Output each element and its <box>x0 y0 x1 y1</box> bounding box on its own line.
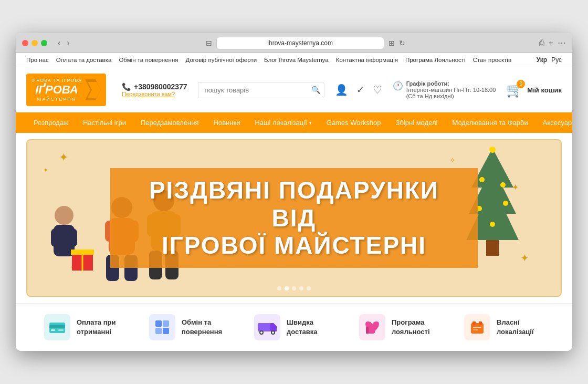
language-switcher: Укр Рус <box>537 56 562 64</box>
svg-marker-1 <box>88 82 101 98</box>
nav-offer[interactable]: Договір публічної оферти <box>186 57 257 63</box>
phone-number[interactable]: +380980002377 <box>134 82 187 91</box>
hero-text-banner: РІЗДВЯНІ ПОДАРУНКИ ВІД ІГРОВОЇ МАЙСТЕРНІ <box>110 168 478 268</box>
schedule-label: Графік роботи: <box>406 80 496 87</box>
new-tab-button[interactable]: + <box>549 38 553 48</box>
svg-point-8 <box>500 182 506 188</box>
delivery-icon <box>257 320 277 335</box>
exchange-label: Обмін та повернення <box>182 318 229 336</box>
schedule-weekend: (Сб та Нд вихідні) <box>406 93 496 99</box>
slider-dot-5[interactable] <box>307 286 311 290</box>
search-input[interactable] <box>198 82 324 98</box>
nav-blog[interactable]: Блог Ihrova Maysternya <box>264 57 329 63</box>
svg-rect-37 <box>163 320 169 327</box>
nav-games-workshop[interactable]: Games Workshop <box>319 112 388 133</box>
page-icon: ⊟ <box>206 39 212 47</box>
cart-icon-wrap: 🛒 0 <box>506 82 523 98</box>
slider-dot-1[interactable] <box>277 286 281 290</box>
loyalty-icon-wrap <box>359 314 385 340</box>
svg-rect-50 <box>473 329 478 330</box>
svg-marker-40 <box>270 323 277 331</box>
feature-exchange: Обмін та повернення <box>149 314 229 340</box>
lang-ru[interactable]: Рус <box>551 56 562 64</box>
callback-link[interactable]: Передзвонити вам? <box>122 91 175 97</box>
minimize-button[interactable] <box>32 40 38 46</box>
svg-rect-33 <box>51 329 55 331</box>
chevron-down-icon: ▾ <box>309 120 312 126</box>
logo[interactable]: ІГРОВА ТА ІГРОВА ІҐРОВА МАЙСТЕРНЯ <box>26 74 106 106</box>
clock-icon: 🕐 <box>393 81 403 91</box>
logo-m-icon: ІГРОВА ТА ІГРОВА ІҐРОВА МАЙСТЕРНЯ <box>32 78 82 102</box>
share-button[interactable]: ⎙ <box>539 38 544 48</box>
delivery-label: Швидка доставка <box>287 318 334 336</box>
site-header: ІГРОВА ТА ІГРОВА ІҐРОВА МАЙСТЕРНЯ 📞 +380… <box>16 67 572 112</box>
translate-icon: ⊞ <box>388 39 395 47</box>
payment-label: Оплата при отриманні <box>77 318 124 336</box>
nav-new[interactable]: Новинки <box>206 112 248 133</box>
svg-point-12 <box>55 206 74 225</box>
payment-icon-wrap <box>44 314 70 340</box>
svg-rect-46 <box>471 323 484 334</box>
phone-icon: 📞 <box>122 82 131 91</box>
nav-about[interactable]: Про нас <box>26 57 49 63</box>
exchange-icon <box>154 319 171 336</box>
browser-actions: ⎙ + ⋯ <box>539 38 566 48</box>
svg-rect-36 <box>163 328 169 334</box>
schedule-text: Графік роботи: Інтернет-магазин Пн-Пт: 1… <box>406 80 496 99</box>
forward-button[interactable]: › <box>65 37 71 49</box>
refresh-icon[interactable]: ↻ <box>399 39 405 47</box>
slider-dot-4[interactable] <box>299 286 303 290</box>
svg-rect-48 <box>479 321 482 325</box>
hero-title-line2: ІГРОВОЇ МАЙСТЕРНІ <box>131 232 457 260</box>
hero-title-line1: РІЗДВЯНІ ПОДАРУНКИ ВІД <box>131 177 457 232</box>
back-button[interactable]: ‹ <box>56 37 62 49</box>
feature-localizations: Власні локалізації <box>464 314 544 340</box>
close-button[interactable] <box>22 40 28 46</box>
delivery-icon-wrap <box>254 314 280 340</box>
browser-nav: ‹ › <box>56 37 72 49</box>
svg-rect-5 <box>486 240 499 256</box>
nav-loyalty[interactable]: Програма Лояльності <box>405 57 466 63</box>
address-bar-wrap: ⊟ ihrova-maysternya.com ⊞ ↻ <box>76 37 535 49</box>
nav-accessories[interactable]: Аксесуари <box>536 112 572 133</box>
nav-projects[interactable]: Стан проєктів <box>473 57 511 63</box>
nav-contact[interactable]: Контактна інформація <box>336 57 398 63</box>
svg-point-7 <box>479 177 485 182</box>
maximize-button[interactable] <box>41 40 47 46</box>
cart-area[interactable]: 🛒 0 Мій кошик <box>506 82 562 98</box>
localizations-label: Власні локалізації <box>497 318 544 336</box>
feature-payment: Оплата при отриманні <box>44 314 124 340</box>
nav-localizations[interactable]: Наші локалізації ▾ <box>247 112 319 133</box>
nav-sale[interactable]: Розпродаж <box>26 112 76 133</box>
nav-models[interactable]: Збірні моделі <box>388 112 445 133</box>
nav-delivery[interactable]: Оплата та доставка <box>56 57 112 63</box>
svg-rect-49 <box>473 327 481 328</box>
svg-rect-32 <box>49 325 65 328</box>
lang-uk[interactable]: Укр <box>537 56 547 64</box>
feature-loyalty: Програма лояльності <box>359 314 439 340</box>
logo-box: ІГРОВА ТА ІГРОВА ІҐРОВА МАЙСТЕРНЯ <box>26 74 106 106</box>
main-nav: Розпродаж Настільні ігри Передзамовлення… <box>16 112 572 133</box>
svg-rect-15 <box>68 229 77 247</box>
svg-rect-39 <box>258 323 270 331</box>
address-bar[interactable]: ihrova-maysternya.com <box>216 37 384 49</box>
slider-dots <box>277 286 311 290</box>
search-button[interactable]: 🔍 <box>311 86 320 94</box>
nav-preorder[interactable]: Передзамовлення <box>133 112 206 133</box>
nav-exchange[interactable]: Обмін та повернення <box>119 57 178 63</box>
slider-dot-2[interactable] <box>285 286 289 290</box>
nav-modeling-paints[interactable]: Моделювання та Фарби <box>445 112 535 133</box>
svg-point-44 <box>272 331 274 334</box>
schedule-area: 🕐 Графік роботи: Інтернет-магазин Пн-Пт:… <box>393 80 496 99</box>
account-icon[interactable]: 👤 <box>335 84 348 96</box>
wishlist-icon[interactable]: ♡ <box>373 84 382 96</box>
svg-rect-14 <box>51 229 60 247</box>
top-nav-links: Про нас Оплата та доставка Обмін та пове… <box>26 57 511 63</box>
cart-badge: 0 <box>517 80 525 88</box>
website-content: Про нас Оплата та доставка Обмін та пове… <box>16 53 572 351</box>
svg-point-10 <box>503 201 508 206</box>
slider-dot-3[interactable] <box>292 286 296 290</box>
nav-board-games[interactable]: Настільні ігри <box>76 112 133 133</box>
check-icon[interactable]: ✓ <box>356 84 364 96</box>
extensions-button[interactable]: ⋯ <box>558 38 566 48</box>
